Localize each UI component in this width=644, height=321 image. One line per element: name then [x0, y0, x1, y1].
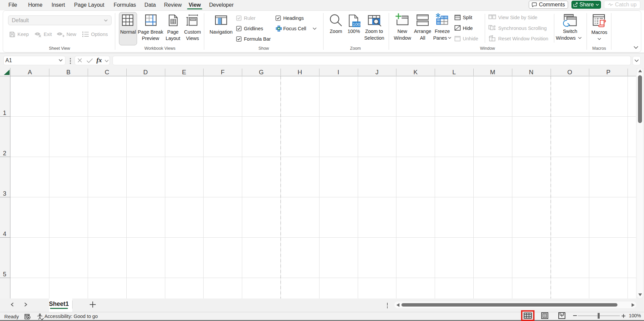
svg-text:100: 100: [353, 22, 360, 27]
